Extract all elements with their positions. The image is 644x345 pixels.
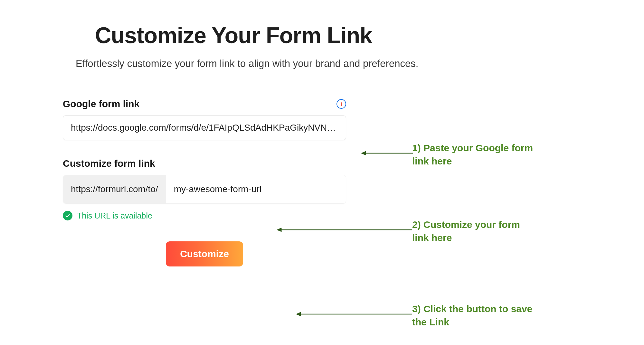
info-icon-glyph: i — [340, 101, 342, 107]
custom-link-label-row: Customize form link — [63, 158, 346, 169]
custom-link-row: https://formurl.com/to/ — [63, 175, 346, 204]
url-status-text: This URL is available — [77, 211, 152, 220]
button-row: Customize — [63, 241, 346, 266]
info-icon[interactable]: i — [336, 99, 346, 109]
svg-marker-1 — [361, 151, 366, 155]
check-icon — [63, 211, 72, 220]
custom-link-prefix: https://formurl.com/to/ — [63, 175, 166, 203]
check-icon-svg — [65, 213, 71, 219]
annotation-step-1: 1) Paste your Google form link here — [412, 142, 535, 168]
custom-link-field-block: Customize form link https://formurl.com/… — [63, 158, 449, 220]
arrow-step-1 — [361, 151, 413, 156]
google-link-label: Google form link — [63, 98, 139, 109]
custom-link-label: Customize form link — [63, 158, 155, 169]
page-title: Customize Your Form Link — [95, 23, 449, 48]
customize-button[interactable]: Customize — [166, 241, 243, 266]
google-link-field-block: Google form link i — [63, 98, 449, 140]
google-link-label-row: Google form link i — [63, 98, 346, 109]
arrow-step-2 — [277, 227, 412, 232]
svg-marker-5 — [296, 312, 301, 316]
annotation-step-3: 3) Click the button to save the Link — [412, 303, 535, 329]
page-subtitle: Effortlessly customize your form link to… — [76, 58, 449, 70]
url-status-row: This URL is available — [63, 211, 449, 220]
annotation-step-2: 2) Customize your form link here — [412, 218, 535, 244]
custom-link-input[interactable] — [166, 175, 346, 203]
svg-marker-3 — [277, 228, 281, 232]
google-form-link-input[interactable] — [63, 115, 346, 140]
arrow-step-3 — [296, 312, 412, 317]
